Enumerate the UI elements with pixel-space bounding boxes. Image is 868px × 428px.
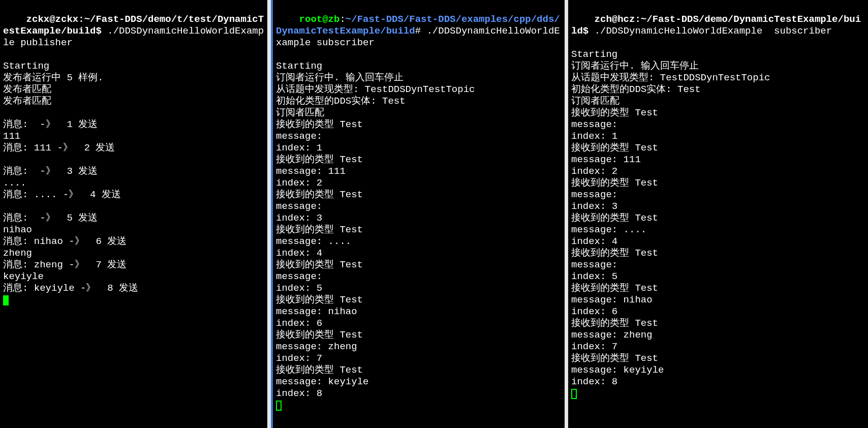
pane-divider[interactable] bbox=[267, 0, 271, 428]
output-line: 订阅者运行中. 输入回车停止 bbox=[276, 72, 562, 84]
output-line: index: 6 bbox=[276, 318, 562, 329]
output-line: 发布者匹配 bbox=[3, 96, 264, 107]
output-line: message: keyiyle bbox=[276, 376, 562, 388]
prompt-dollar: $ bbox=[583, 25, 595, 37]
output-line: 消息: 111 -》 2 发送 bbox=[3, 142, 264, 154]
output-line: message: 111 bbox=[276, 166, 562, 177]
output-line: nihao bbox=[3, 224, 264, 236]
output-line: 从话题中发现类型: TestDDSDynTestTopic bbox=[276, 84, 562, 96]
output-line: keyiyle bbox=[3, 271, 264, 283]
output-line: 从话题中发现类型: TestDDSDynTestTopic bbox=[571, 72, 865, 84]
output-line: zheng bbox=[3, 248, 264, 259]
output-line: 消息: -》 5 发送 bbox=[3, 212, 264, 224]
prompt-user: zch@hcz bbox=[595, 14, 635, 25]
output-line: Starting bbox=[3, 60, 264, 72]
prompt-hash: # bbox=[415, 25, 427, 37]
output-line: message: .... bbox=[276, 236, 562, 248]
output-line bbox=[3, 201, 264, 212]
terminal-subscriber-root[interactable]: root@zb:~/Fast-DDS/Fast-DDS/examples/cpp… bbox=[271, 0, 565, 428]
output-line: 接收到的类型 Test bbox=[571, 248, 865, 259]
cursor-icon bbox=[571, 389, 577, 399]
output-line: 接收到的类型 Test bbox=[276, 119, 562, 131]
output-line: 接收到的类型 Test bbox=[276, 154, 562, 166]
prompt-line: zch@hcz:~/Fast-DDS/demo/DynamicTestExamp… bbox=[571, 2, 865, 49]
output-line: 接收到的类型 Test bbox=[276, 259, 562, 271]
cursor-icon bbox=[3, 295, 9, 305]
output-line: index: 4 bbox=[571, 236, 865, 248]
output-line: 消息: zheng -》 7 发送 bbox=[3, 259, 264, 271]
output-line: 发布者匹配 bbox=[3, 84, 264, 96]
command-text: ./DDSDynamicHelloWorldExample subscriber bbox=[595, 25, 832, 37]
output-line: 接收到的类型 Test bbox=[571, 212, 865, 224]
prompt-sep: : bbox=[635, 14, 640, 25]
prompt-user: zckx@zckx bbox=[26, 14, 79, 25]
prompt-user: root@zb bbox=[299, 14, 340, 25]
output-line: index: 7 bbox=[571, 341, 865, 353]
output-line: message: bbox=[571, 259, 865, 271]
output-line: 接收到的类型 Test bbox=[571, 283, 865, 294]
output-line: index: 8 bbox=[276, 388, 562, 400]
terminal-publisher[interactable]: zckx@zckx:~/Fast-DDS/demo/t/test/Dynamic… bbox=[0, 0, 267, 428]
prompt-line: zckx@zckx:~/Fast-DDS/demo/t/test/Dynamic… bbox=[3, 2, 264, 60]
output-line: 订阅者运行中. 输入回车停止 bbox=[571, 60, 865, 72]
prompt-line: root@zb:~/Fast-DDS/Fast-DDS/examples/cpp… bbox=[274, 2, 562, 60]
output-line: 111 bbox=[3, 131, 264, 142]
output-line: 初始化类型的DDS实体: Test bbox=[276, 96, 562, 107]
output-line: index: 5 bbox=[276, 283, 562, 294]
scrollbar[interactable] bbox=[271, 0, 273, 428]
prompt-dollar: $ bbox=[96, 25, 107, 37]
output-line: .... bbox=[3, 177, 264, 189]
output-line: 接收到的类型 Test bbox=[571, 318, 865, 329]
output-line: 接收到的类型 Test bbox=[571, 353, 865, 364]
output-line: 接收到的类型 Test bbox=[276, 364, 562, 376]
output-line: 接收到的类型 Test bbox=[276, 189, 562, 201]
output-line: message: .... bbox=[571, 224, 865, 236]
output-line: index: 6 bbox=[571, 306, 865, 318]
prompt-sep: : bbox=[339, 14, 345, 25]
output-line: message: 111 bbox=[571, 154, 865, 166]
output-line: 消息: keyiyle -》 8 发送 bbox=[3, 283, 264, 294]
output-line bbox=[3, 107, 264, 119]
prompt-sep: : bbox=[78, 14, 84, 25]
pane-divider[interactable] bbox=[565, 0, 568, 428]
output-line: message: nihao bbox=[276, 306, 562, 318]
output-line: message: nihao bbox=[571, 294, 865, 306]
output-line: index: 4 bbox=[276, 248, 562, 259]
output-line: 接收到的类型 Test bbox=[276, 294, 562, 306]
output-line: 发布者运行中 5 样例. bbox=[3, 72, 264, 84]
output-line: 消息: .... -》 4 发送 bbox=[3, 189, 264, 201]
output-line: message: keyiyle bbox=[571, 364, 865, 376]
output-line: 接收到的类型 Test bbox=[276, 329, 562, 341]
cursor-icon bbox=[276, 401, 282, 411]
output-line: message: bbox=[571, 189, 865, 201]
output-line: 接收到的类型 Test bbox=[571, 177, 865, 189]
output-line: 接收到的类型 Test bbox=[571, 142, 865, 154]
output-line: 接收到的类型 Test bbox=[276, 224, 562, 236]
output-line: index: 3 bbox=[571, 201, 865, 212]
output-line: index: 2 bbox=[276, 177, 562, 189]
output-line: Starting bbox=[276, 60, 562, 72]
output-line: index: 8 bbox=[571, 376, 865, 388]
output-line: 消息: -》 1 发送 bbox=[3, 119, 264, 131]
output-line: 消息: -》 3 发送 bbox=[3, 166, 264, 177]
terminal-subscriber-user[interactable]: zch@hcz:~/Fast-DDS/demo/DynamicTestExamp… bbox=[568, 0, 868, 428]
output-line: index: 2 bbox=[571, 166, 865, 177]
output-line: message: bbox=[276, 131, 562, 142]
output-line: message: bbox=[276, 271, 562, 283]
output-line: index: 5 bbox=[571, 271, 865, 283]
terminal-output: Starting订阅者运行中. 输入回车停止从话题中发现类型: TestDDSD… bbox=[274, 60, 562, 400]
output-line: 消息: nihao -》 6 发送 bbox=[3, 236, 264, 248]
output-line: Starting bbox=[571, 49, 865, 60]
output-line: 接收到的类型 Test bbox=[571, 107, 865, 119]
output-line: 订阅者匹配 bbox=[571, 96, 865, 107]
output-line: index: 7 bbox=[276, 353, 562, 364]
output-line bbox=[3, 154, 264, 166]
terminal-output: Starting发布者运行中 5 样例.发布者匹配发布者匹配 消息: -》 1 … bbox=[3, 60, 264, 294]
output-line: index: 1 bbox=[571, 131, 865, 142]
output-line: message: zheng bbox=[276, 341, 562, 353]
output-line: message: bbox=[276, 201, 562, 212]
output-line: index: 3 bbox=[276, 212, 562, 224]
output-line: 初始化类型的DDS实体: Test bbox=[571, 84, 865, 96]
output-line: message: zheng bbox=[571, 329, 865, 341]
output-line: 订阅者匹配 bbox=[276, 107, 562, 119]
